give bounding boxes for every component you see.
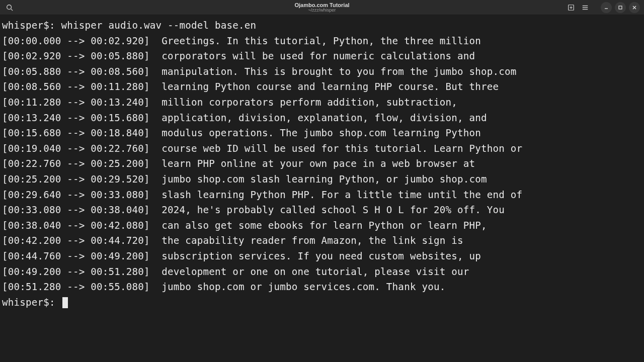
svg-point-0 (7, 5, 12, 9)
prompt[interactable]: whisper$: (2, 297, 61, 308)
window-titlebar: Ojambo.com Tutorial ~/zzz/whisper (0, 0, 644, 15)
terminal-output[interactable]: whisper$: whisper audio.wav --model base… (0, 15, 644, 312)
close-button[interactable] (629, 2, 640, 13)
svg-rect-9 (619, 6, 622, 9)
new-tab-icon[interactable] (566, 2, 577, 13)
search-icon[interactable] (4, 2, 15, 13)
minimize-button[interactable] (601, 2, 612, 13)
hamburger-menu-icon[interactable] (580, 2, 591, 13)
window-subtitle: ~/zzz/whisper (294, 8, 349, 13)
svg-line-1 (11, 9, 13, 11)
maximize-button[interactable] (615, 2, 626, 13)
terminal-cursor (62, 297, 68, 308)
